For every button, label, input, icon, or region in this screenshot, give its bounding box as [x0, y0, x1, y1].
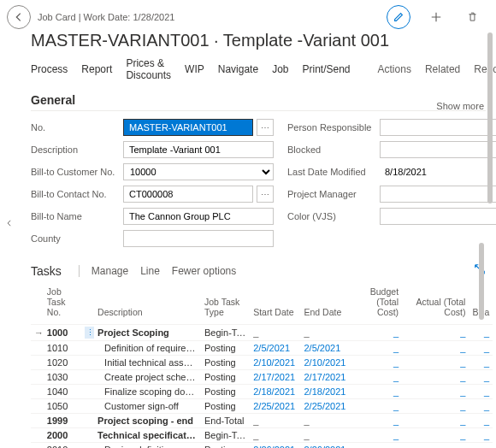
billcontact-lookup-button[interactable]: ⋯	[257, 186, 274, 203]
tab-navigate[interactable]: Navigate	[218, 63, 258, 75]
tab-report[interactable]: Report	[81, 63, 112, 75]
task-end[interactable]: 2/10/2021	[300, 356, 351, 370]
th-end[interactable]: End Date	[300, 283, 351, 325]
task-end[interactable]: 2/17/2021	[300, 370, 351, 385]
task-budget[interactable]: _	[351, 325, 402, 341]
task-actual[interactable]: _	[402, 428, 469, 443]
last-modified-field	[380, 163, 496, 180]
task-budget[interactable]: _	[351, 414, 402, 428]
delete-button[interactable]	[462, 7, 482, 27]
task-actual[interactable]: _	[402, 443, 469, 449]
task-start[interactable]: _	[250, 414, 300, 428]
blocked-field[interactable]	[380, 141, 496, 158]
project-manager-field[interactable]	[380, 186, 496, 203]
task-end[interactable]: 2/5/2021	[300, 341, 351, 356]
billto-customer-field[interactable]: 10000	[123, 163, 274, 180]
task-row[interactable]: 1010Definition of requirementsPosting2/5…	[31, 341, 493, 356]
tab-process[interactable]: Process	[31, 63, 68, 75]
task-actual[interactable]: _	[402, 341, 469, 356]
task-row[interactable]: 1999Project scoping - endEnd-Total_____	[31, 414, 493, 428]
task-desc: Technical specification	[94, 428, 201, 443]
tasks-manage[interactable]: Manage	[92, 265, 128, 277]
task-end[interactable]: 2/18/2021	[300, 385, 351, 399]
task-desc: Project scoping - end	[94, 414, 201, 428]
th-type[interactable]: Job Task Type	[201, 283, 250, 325]
task-row[interactable]: 2000Technical specificationBegin-Total__…	[31, 428, 493, 443]
task-budget[interactable]: _	[351, 370, 402, 385]
th-start[interactable]: Start Date	[250, 283, 300, 325]
task-end[interactable]: _	[300, 325, 351, 341]
chevron-left-icon[interactable]	[3, 217, 15, 229]
task-end[interactable]: _	[300, 414, 351, 428]
task-start[interactable]: _	[250, 428, 300, 443]
task-no: 1050	[44, 399, 81, 414]
label-colorvjs: Color (VJS)	[287, 211, 380, 221]
task-row[interactable]: →1000⋮Project ScopingBegin-Total_____	[31, 325, 493, 341]
task-row[interactable]: 1020Initial technical assessmentPosting2…	[31, 356, 493, 370]
task-actual[interactable]: _	[402, 325, 469, 341]
description-field[interactable]	[123, 141, 274, 158]
task-row[interactable]: 1050Customer sign-offPosting2/25/20212/2…	[31, 399, 493, 414]
th-budget[interactable]: Budget (Total Cost)	[351, 283, 402, 325]
tab-reports[interactable]: Reports	[474, 63, 496, 75]
task-end[interactable]: 2/25/2021	[300, 399, 351, 414]
task-actual[interactable]: _	[402, 414, 469, 428]
task-end[interactable]: 2/26/2021	[300, 443, 351, 449]
task-desc: Project Scoping	[94, 325, 201, 341]
task-type: Posting	[201, 370, 250, 385]
task-start[interactable]: 2/18/2021	[250, 385, 300, 399]
task-budget[interactable]: _	[351, 385, 402, 399]
task-billa[interactable]: _	[469, 443, 493, 449]
th-actual[interactable]: Actual (Total Cost)	[402, 283, 469, 325]
no-field[interactable]	[123, 119, 253, 136]
th-desc[interactable]: Description	[94, 283, 201, 325]
section-general-title[interactable]: General	[31, 93, 486, 111]
billto-name-field[interactable]	[123, 208, 274, 225]
task-start[interactable]: _	[250, 325, 300, 341]
task-start[interactable]: 2/25/2021	[250, 399, 300, 414]
tasks-line[interactable]: Line	[140, 265, 160, 277]
tab-wip[interactable]: WIP	[185, 63, 204, 75]
task-desc: Finalize scoping document	[94, 385, 201, 399]
task-start[interactable]: 2/5/2021	[250, 341, 300, 356]
back-button[interactable]	[7, 5, 31, 29]
task-row[interactable]: 1040Finalize scoping documentPosting2/18…	[31, 385, 493, 399]
task-budget[interactable]: _	[351, 399, 402, 414]
task-budget[interactable]: _	[351, 341, 402, 356]
th-taskno[interactable]: Job Task No.	[44, 283, 81, 325]
task-start[interactable]: 2/17/2021	[250, 370, 300, 385]
row-menu-button[interactable]: ⋮	[85, 327, 94, 339]
task-actual[interactable]: _	[402, 399, 469, 414]
task-start[interactable]: 2/10/2021	[250, 356, 300, 370]
page-scrollbar[interactable]	[487, 32, 493, 443]
county-field[interactable]	[123, 230, 274, 247]
grid-scrollbar[interactable]	[479, 222, 484, 443]
new-button[interactable]	[426, 7, 446, 27]
task-actual[interactable]: _	[402, 385, 469, 399]
tab-actions[interactable]: Actions	[378, 63, 411, 75]
task-no: 1010	[44, 341, 81, 356]
task-actual[interactable]: _	[402, 370, 469, 385]
task-row[interactable]: 2010Design definitionPosting2/26/20212/2…	[31, 443, 493, 449]
tab-related[interactable]: Related	[425, 63, 460, 75]
task-row[interactable]: 1030Create project schedulePosting2/17/2…	[31, 370, 493, 385]
section-showmore[interactable]: Show more	[436, 101, 484, 111]
billto-contact-field[interactable]	[123, 186, 253, 203]
task-end[interactable]: _	[300, 428, 351, 443]
person-responsible-field[interactable]	[380, 119, 496, 136]
edit-button[interactable]	[387, 5, 410, 29]
tasks-fewer[interactable]: Fewer options	[172, 265, 236, 277]
tab-prices[interactable]: Prices & Discounts	[126, 57, 171, 81]
task-budget[interactable]: _	[351, 428, 402, 443]
task-no: 1030	[44, 370, 81, 385]
task-type: Posting	[201, 385, 250, 399]
tab-print[interactable]: Print/Send	[302, 63, 350, 75]
tab-job[interactable]: Job	[272, 63, 288, 75]
label-lastmod: Last Date Modified	[287, 167, 380, 177]
task-budget[interactable]: _	[351, 356, 402, 370]
no-lookup-button[interactable]: ⋯	[257, 119, 274, 136]
tasks-grid[interactable]: Job Task No. Description Job Task Type S…	[31, 283, 493, 448]
task-actual[interactable]: _	[402, 356, 469, 370]
task-start[interactable]: 2/26/2021	[250, 443, 300, 449]
task-budget[interactable]: _	[351, 443, 402, 449]
